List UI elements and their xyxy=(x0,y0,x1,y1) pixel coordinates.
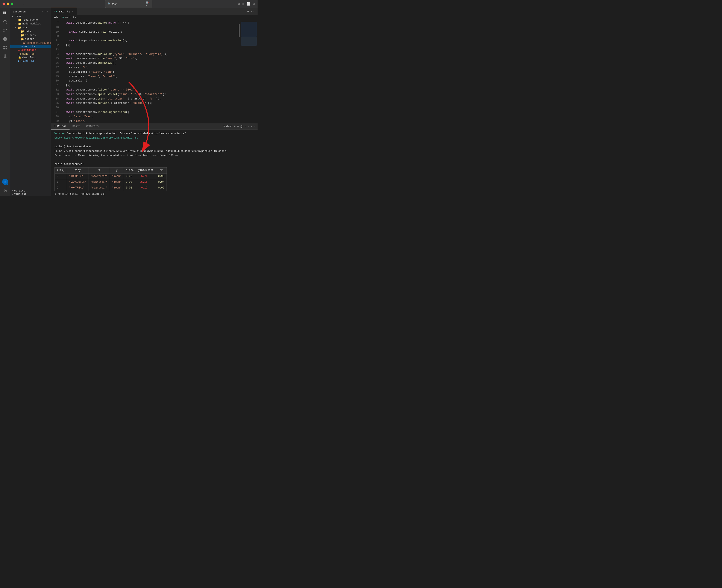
tree-file-deno-json[interactable]: › {} deno.json xyxy=(10,52,51,56)
chevron-right-icon: › xyxy=(17,30,20,33)
back-button[interactable]: ← xyxy=(17,2,20,6)
close-button[interactable] xyxy=(3,3,5,5)
file-icon: 🖼 xyxy=(23,41,25,45)
layout-icon[interactable]: ⊞ xyxy=(237,2,240,6)
search-activity-icon[interactable] xyxy=(1,18,9,26)
explorer-icon[interactable] xyxy=(1,9,9,17)
tree-folder-node-modules[interactable]: › 📁 node_modules xyxy=(10,22,51,26)
minimap xyxy=(240,20,258,123)
file-label: deno.lock xyxy=(22,56,36,59)
watcher-label: Watcher xyxy=(55,132,65,135)
tree-folder-output[interactable]: ▾ 📂 output xyxy=(10,37,51,41)
forward-button[interactable]: → xyxy=(21,2,24,6)
terminal-trash-icon[interactable]: 🗑 xyxy=(240,125,243,128)
terminal-chevron-up-icon[interactable]: ∧ xyxy=(251,125,253,128)
source-control-icon[interactable] xyxy=(1,27,9,34)
cell-city: "MONTREAL" xyxy=(67,185,88,191)
code-line: }); xyxy=(61,43,258,48)
chevron-right-icon: › xyxy=(17,34,20,37)
terminal-tab-ports[interactable]: PORTS xyxy=(69,123,83,130)
cell-y: "mean" xyxy=(110,179,124,185)
timeline-section-header[interactable]: › TIMELINE xyxy=(10,193,51,196)
tab-close-icon[interactable]: ✕ xyxy=(72,10,74,14)
run-debug-icon[interactable] xyxy=(1,35,9,43)
tree-file-readme[interactable]: › ℹ README.md xyxy=(10,59,51,63)
terminal-table-wrapper: (idx) city x y slope yIntercept r2 xyxy=(55,167,254,191)
title-right-icons: ⊞ ▮ ⬜ ⊟ xyxy=(237,2,255,6)
folder-icon: 📁 xyxy=(21,30,24,33)
chevron-right-icon: › xyxy=(12,190,13,192)
minimize-button[interactable] xyxy=(7,3,9,5)
terminal-tab-comments[interactable]: COMMENTS xyxy=(83,123,102,130)
tab-main-ts[interactable]: TS main.ts ✕ xyxy=(51,8,77,16)
sidebar-icon[interactable]: ▮ xyxy=(242,2,244,6)
chevron-right-icon: › xyxy=(15,23,17,25)
cell-yintercept: -26.74 xyxy=(136,173,156,179)
tabs-bar: TS main.ts ✕ ⊞ ··· xyxy=(51,8,258,16)
cell-slope: 0.02 xyxy=(124,185,136,191)
col-y: y xyxy=(110,167,124,173)
terminal-line-empty xyxy=(55,140,254,145)
chevron-right-icon: › xyxy=(12,193,13,195)
code-editor[interactable]: 7 18 19 20 21 22 23 24 25 26 27 28 29 30… xyxy=(51,20,258,123)
terminal-area: TERMINAL PORTS COMMENTS ⊡ deno + ⊞ 🗑 ···… xyxy=(51,123,258,196)
cell-idx: 2 xyxy=(55,185,67,191)
col-r2: r2 xyxy=(156,167,166,173)
tree-folder-sda-cache[interactable]: › 📁 .sda-cache xyxy=(10,18,51,22)
code-line: await temperatures.linearRegressions({ xyxy=(61,110,258,114)
user-avatar[interactable]: 👤 xyxy=(2,179,8,185)
split-editor-icon[interactable]: ⊞ xyxy=(247,9,249,13)
customize-icon[interactable]: ⊟ xyxy=(253,2,255,6)
more-icon[interactable]: ··· xyxy=(250,10,256,13)
folder-label: .sda-cache xyxy=(22,18,38,21)
terminal-tab-terminal[interactable]: TERMINAL xyxy=(51,123,69,130)
tree-folder-data[interactable]: › 📁 data xyxy=(10,29,51,34)
tree-file-deno-lock[interactable]: › 🔒 deno.lock xyxy=(10,56,51,59)
root-label: TEST xyxy=(16,15,21,18)
file-json-icon: {} xyxy=(18,52,21,56)
activity-bar: 👤 xyxy=(0,8,10,196)
tree-folder-sda[interactable]: ▾ 📂 sda xyxy=(10,26,51,29)
folder-icon: 📁 xyxy=(18,18,21,22)
cell-slope: 0.02 xyxy=(124,173,136,179)
vertical-scrollbar[interactable] xyxy=(238,20,240,123)
code-line: await temperatures.trim("startYear", { c… xyxy=(61,97,258,101)
search-input[interactable] xyxy=(112,2,144,5)
code-line: await temperatures.summarize({ xyxy=(61,61,258,65)
col-yintercept: yIntercept xyxy=(136,167,156,173)
tree-root-test[interactable]: ▾ TEST xyxy=(10,15,51,18)
search-bar[interactable]: 🔍 🤖 ▾ xyxy=(105,0,153,8)
settings-icon[interactable] xyxy=(1,187,9,194)
cell-idx: 0 xyxy=(55,173,67,179)
terminal-add-icon[interactable]: + xyxy=(234,125,236,128)
tree-file-gitignore[interactable]: › ◈ .gitignore xyxy=(10,48,51,52)
cell-yintercept: -25.16 xyxy=(136,179,156,185)
chevron-down-icon: ▾ xyxy=(12,15,15,18)
code-line: values: "t", xyxy=(61,65,258,70)
assistant-icon[interactable]: 🤖 ▾ xyxy=(145,1,150,7)
outline-section-header[interactable]: › OUTLINE xyxy=(10,189,51,193)
folder-label: data xyxy=(25,30,31,33)
terminal-more-icon[interactable]: ··· xyxy=(244,125,249,128)
navigation-buttons: ← → xyxy=(17,2,25,6)
tree-folder-helpers[interactable]: › 📁 helpers xyxy=(10,34,51,37)
flask-icon[interactable] xyxy=(1,52,9,60)
cell-idx: 1 xyxy=(55,179,67,185)
terminal-content[interactable]: Watcher Restarting! File change detected… xyxy=(51,130,258,196)
terminal-split-icon[interactable]: ⊞ xyxy=(237,125,238,128)
terminal-line-rows: 3 rows in total (nbRowsToLog: 15) xyxy=(55,192,254,196)
cell-r2: 0.95 xyxy=(156,185,166,191)
cell-city: "TORONTO" xyxy=(67,173,88,179)
sidebar-more-button[interactable]: ··· xyxy=(42,10,48,14)
tree-file-main-ts[interactable]: › TS main.ts xyxy=(10,45,51,48)
col-x: x xyxy=(88,167,110,173)
terminal-line-watcher: Watcher Restarting! File change detected… xyxy=(55,131,254,136)
terminal-close-icon[interactable]: ✕ xyxy=(254,125,256,128)
panel-icon[interactable]: ⬜ xyxy=(246,2,251,6)
code-content[interactable]: await temperatures.cache(async () => { a… xyxy=(61,20,258,123)
tree-file-temperatures-png[interactable]: › 🖼 temperatures.png xyxy=(10,41,51,45)
maximize-button[interactable] xyxy=(11,3,13,5)
terminal-right-icons: ⊡ deno + ⊞ 🗑 ··· ∧ ✕ xyxy=(223,125,258,128)
extensions-icon[interactable] xyxy=(1,44,9,51)
code-line: await temperatures.addColumn("year", "nu… xyxy=(61,52,258,57)
